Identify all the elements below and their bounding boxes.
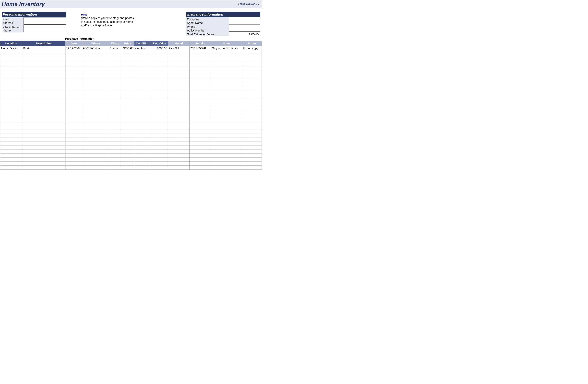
cell-price[interactable] — [121, 162, 134, 166]
cell-price[interactable] — [121, 146, 134, 150]
cell-model[interactable] — [168, 134, 189, 138]
cell-where[interactable] — [82, 94, 109, 98]
cell-condition[interactable] — [134, 78, 151, 82]
cell-serial[interactable] — [189, 126, 211, 130]
cell-serial[interactable] — [189, 118, 211, 122]
cell-notes[interactable] — [211, 74, 242, 78]
cell-estvalue[interactable] — [151, 58, 168, 62]
cell-model[interactable] — [168, 54, 189, 58]
cell-serial[interactable] — [189, 162, 211, 166]
cell-date[interactable] — [65, 110, 82, 114]
cell-photo[interactable]: filename.jpg — [242, 46, 262, 50]
name-input[interactable] — [23, 17, 66, 21]
cell-where[interactable] — [82, 150, 109, 154]
cell-description[interactable] — [22, 90, 65, 94]
cell-serial[interactable] — [189, 158, 211, 162]
cell-where[interactable] — [82, 82, 109, 86]
cell-description[interactable] — [22, 114, 65, 118]
cell-date[interactable] — [65, 146, 82, 150]
cell-location[interactable] — [0, 102, 22, 106]
cell-notes[interactable] — [211, 146, 242, 150]
cell-where[interactable] — [82, 166, 109, 170]
cell-wrnty[interactable] — [109, 138, 121, 142]
cell-date[interactable] — [65, 138, 82, 142]
cell-price[interactable] — [121, 62, 134, 66]
cell-estvalue[interactable] — [151, 54, 168, 58]
cell-notes[interactable] — [211, 122, 242, 126]
cell-description[interactable] — [22, 70, 65, 74]
phone-input[interactable] — [23, 28, 66, 32]
cell-date[interactable] — [65, 114, 82, 118]
cell-model[interactable] — [168, 118, 189, 122]
cell-wrnty[interactable] — [109, 122, 121, 126]
cell-notes[interactable] — [211, 66, 242, 70]
cell-serial[interactable]: 23CD65S78 — [189, 46, 211, 50]
cell-serial[interactable] — [189, 94, 211, 98]
cell-location[interactable] — [0, 86, 22, 90]
cell-price[interactable] — [121, 82, 134, 86]
cell-wrnty[interactable] — [109, 110, 121, 114]
cell-estvalue[interactable] — [151, 50, 168, 54]
cell-wrnty[interactable] — [109, 82, 121, 86]
cell-condition[interactable] — [134, 102, 151, 106]
cell-wrnty[interactable] — [109, 58, 121, 62]
cell-photo[interactable] — [242, 122, 262, 126]
cell-estvalue[interactable] — [151, 74, 168, 78]
cell-price[interactable] — [121, 150, 134, 154]
cell-description[interactable] — [22, 126, 65, 130]
cell-estvalue[interactable] — [151, 142, 168, 146]
cell-date[interactable] — [65, 122, 82, 126]
cell-date[interactable] — [65, 86, 82, 90]
cell-date[interactable] — [65, 106, 82, 110]
cell-estvalue[interactable] — [151, 150, 168, 154]
cell-condition[interactable] — [134, 82, 151, 86]
cell-serial[interactable] — [189, 82, 211, 86]
cell-photo[interactable] — [242, 102, 262, 106]
cell-notes[interactable] — [211, 94, 242, 98]
cell-wrnty[interactable] — [109, 134, 121, 138]
cell-serial[interactable] — [189, 50, 211, 54]
cell-condition[interactable] — [134, 86, 151, 90]
cell-location[interactable] — [0, 70, 22, 74]
cell-location[interactable] — [0, 130, 22, 134]
cell-where[interactable] — [82, 154, 109, 158]
cell-date[interactable] — [65, 66, 82, 70]
cell-description[interactable] — [22, 78, 65, 82]
cell-serial[interactable] — [189, 134, 211, 138]
cell-notes[interactable] — [211, 86, 242, 90]
cell-wrnty[interactable] — [109, 162, 121, 166]
cell-where[interactable] — [82, 86, 109, 90]
cell-date[interactable] — [65, 98, 82, 102]
cell-photo[interactable] — [242, 54, 262, 58]
cell-condition[interactable]: excellent — [134, 46, 151, 50]
cell-photo[interactable] — [242, 138, 262, 142]
cell-condition[interactable] — [134, 122, 151, 126]
cell-model[interactable] — [168, 130, 189, 134]
cell-condition[interactable] — [134, 50, 151, 54]
cell-estvalue[interactable] — [151, 130, 168, 134]
cell-model[interactable] — [168, 126, 189, 130]
cell-model[interactable] — [168, 102, 189, 106]
help-link[interactable]: Help — [81, 13, 87, 16]
cell-estvalue[interactable] — [151, 86, 168, 90]
cell-price[interactable] — [121, 54, 134, 58]
cell-model[interactable] — [168, 70, 189, 74]
cell-location[interactable] — [0, 142, 22, 146]
cell-model[interactable] — [168, 114, 189, 118]
cell-where[interactable] — [82, 98, 109, 102]
cell-model[interactable] — [168, 58, 189, 62]
cell-description[interactable] — [22, 86, 65, 90]
cell-serial[interactable] — [189, 138, 211, 142]
cell-estvalue[interactable] — [151, 114, 168, 118]
cell-location[interactable] — [0, 62, 22, 66]
cell-date[interactable] — [65, 50, 82, 54]
cell-condition[interactable] — [134, 158, 151, 162]
agent-input[interactable] — [229, 21, 260, 24]
cell-location[interactable] — [0, 110, 22, 114]
cell-serial[interactable] — [189, 98, 211, 102]
cell-wrnty[interactable] — [109, 74, 121, 78]
cell-wrnty[interactable] — [109, 114, 121, 118]
cell-description[interactable] — [22, 106, 65, 110]
cell-notes[interactable] — [211, 130, 242, 134]
cell-wrnty[interactable] — [109, 166, 121, 170]
